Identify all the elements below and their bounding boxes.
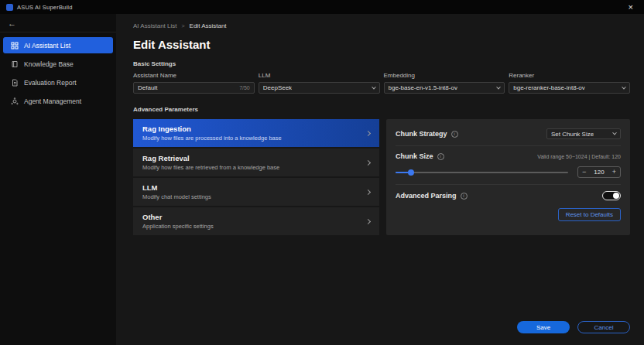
- reranker-label: Reranker: [509, 72, 630, 79]
- assistant-name-input[interactable]: [138, 84, 236, 91]
- assistant-name-input-wrap[interactable]: 7/50: [133, 82, 255, 94]
- sidebar-item-evaluation-report[interactable]: Evaluation Report: [3, 74, 113, 91]
- breadcrumb-parent[interactable]: AI Assistant List: [133, 22, 176, 29]
- basic-settings-fields: Assistant Name 7/50 LLM DeepSeek Embeddi…: [133, 72, 630, 94]
- advanced-parameters-area: Rag Ingestion Modify how files are proce…: [133, 119, 630, 235]
- page-title: Edit Assistant: [133, 38, 630, 51]
- evaluation-report-icon: [11, 79, 19, 87]
- reranker-select[interactable]: bge-reranker-base-int8-ov: [509, 82, 630, 94]
- app-window: ASUS AI SuperBuild × ← AI Assistant List: [0, 0, 644, 345]
- titlebar: ASUS AI SuperBuild ×: [0, 0, 644, 14]
- sidebar-nav: AI Assistant List Knowledge Base Evaluat…: [0, 32, 116, 109]
- sidebar-item-label: Knowledge Base: [24, 60, 74, 68]
- card-rag-retrieval[interactable]: Rag Retrieval Modify how files are retri…: [133, 149, 379, 176]
- llm-select-value: DeepSeek: [263, 84, 292, 91]
- sidebar: ← AI Assistant List Knowledge Base: [0, 14, 116, 345]
- char-counter: 7/50: [239, 85, 250, 91]
- chunk-strategy-value: Set Chunk Size: [551, 131, 594, 138]
- footer-actions: Save Cancel: [517, 321, 630, 333]
- card-subtitle: Application specific settings: [142, 223, 214, 230]
- reset-defaults-button[interactable]: Reset to Defaults: [558, 208, 621, 221]
- chevron-right-icon: [365, 189, 371, 194]
- embedding-select[interactable]: bge-base-en-v1.5-int8-ov: [384, 82, 505, 94]
- assistant-name-label: Assistant Name: [133, 72, 255, 79]
- info-icon[interactable]: i: [451, 131, 458, 138]
- advanced-parsing-row: Advanced Parsing i: [396, 185, 621, 207]
- app-body: ← AI Assistant List Knowledge Base: [0, 14, 644, 345]
- advanced-parsing-toggle[interactable]: [602, 191, 621, 200]
- parameter-cards: Rag Ingestion Modify how files are proce…: [133, 119, 379, 235]
- chevron-down-icon: [622, 84, 626, 89]
- info-icon[interactable]: i: [437, 153, 444, 160]
- slider-handle[interactable]: [408, 169, 414, 176]
- card-text: Rag Ingestion Modify how files are proce…: [142, 125, 282, 142]
- chunk-strategy-label-wrap: Chunk Strategy i: [396, 130, 458, 138]
- card-text: Rag Retrieval Modify how files are retri…: [142, 154, 279, 171]
- back-button[interactable]: ←: [0, 14, 116, 32]
- sidebar-item-label: Evaluation Report: [24, 79, 77, 87]
- agent-management-icon: [11, 97, 19, 105]
- basic-settings-label: Basic Settings: [133, 60, 630, 67]
- chunk-size-row: Chunk Size i Valid range 50~1024 | Defau…: [396, 146, 621, 185]
- cancel-button[interactable]: Cancel: [577, 321, 630, 333]
- chevron-right-icon: [365, 159, 371, 165]
- card-title: Other: [142, 213, 214, 221]
- sidebar-item-ai-assistant-list[interactable]: AI Assistant List: [3, 37, 113, 53]
- card-title: Rag Ingestion: [142, 125, 282, 133]
- chunk-size-stepper: − 120 +: [577, 166, 621, 178]
- rag-ingestion-settings-panel: Chunk Strategy i Set Chunk Size Chunk Si…: [386, 119, 630, 235]
- card-subtitle: Modify how files are retrieved from a kn…: [142, 164, 279, 171]
- chunk-size-slider[interactable]: [396, 168, 568, 177]
- knowledge-base-icon: [11, 60, 19, 68]
- advanced-parsing-label-wrap: Advanced Parsing i: [396, 192, 468, 200]
- llm-select[interactable]: DeepSeek: [259, 82, 380, 94]
- card-other[interactable]: Other Application specific settings: [133, 207, 379, 235]
- save-button[interactable]: Save: [517, 321, 570, 333]
- chevron-down-icon: [496, 84, 501, 89]
- field-embedding: Embedding bge-base-en-v1.5-int8-ov: [384, 72, 505, 94]
- app-logo-icon: [6, 4, 13, 11]
- chevron-right-icon: [365, 130, 371, 135]
- sidebar-item-agent-management[interactable]: Agent Management: [3, 93, 113, 109]
- chunk-size-header: Chunk Size i Valid range 50~1024 | Defau…: [396, 152, 621, 160]
- card-llm[interactable]: LLM Modify chat model settings: [133, 178, 379, 206]
- app-title: ASUS AI SuperBuild: [17, 4, 73, 11]
- close-icon[interactable]: ×: [624, 3, 638, 12]
- card-title: Rag Retrieval: [142, 154, 279, 162]
- sidebar-item-label: AI Assistant List: [24, 42, 70, 50]
- back-icon: ←: [8, 19, 16, 28]
- increment-button[interactable]: +: [612, 169, 616, 176]
- toggle-knob: [613, 193, 619, 199]
- advanced-parameters-label: Advanced Parameters: [133, 106, 630, 113]
- field-assistant-name: Assistant Name 7/50: [133, 72, 255, 94]
- card-text: LLM Modify chat model settings: [142, 183, 211, 200]
- card-title: LLM: [142, 183, 211, 192]
- chevron-right-icon: [365, 218, 371, 224]
- info-icon[interactable]: i: [461, 193, 468, 200]
- chevron-down-icon: [372, 84, 376, 89]
- breadcrumb: AI Assistant List > Edit Assistant: [133, 19, 630, 32]
- card-rag-ingestion[interactable]: Rag Ingestion Modify how files are proce…: [133, 119, 379, 147]
- breadcrumb-separator-icon: >: [181, 23, 184, 29]
- assistant-list-icon: [11, 42, 19, 50]
- chunk-size-range-hint: Valid range 50~1024 | Default: 120: [537, 154, 621, 159]
- card-subtitle: Modify chat model settings: [142, 193, 211, 200]
- chevron-down-icon: [612, 131, 617, 135]
- decrement-button[interactable]: −: [582, 169, 586, 176]
- embedding-label: Embedding: [384, 72, 505, 79]
- main-content: AI Assistant List > Edit Assistant Edit …: [116, 14, 644, 345]
- llm-label: LLM: [259, 72, 380, 79]
- slider-track: [396, 172, 568, 173]
- embedding-select-value: bge-base-en-v1.5-int8-ov: [389, 84, 457, 91]
- reset-row: Reset to Defaults: [396, 207, 621, 227]
- chunk-size-controls: − 120 +: [396, 166, 621, 178]
- sidebar-item-label: Agent Management: [24, 97, 81, 105]
- sidebar-item-knowledge-base[interactable]: Knowledge Base: [3, 56, 113, 72]
- chunk-strategy-label: Chunk Strategy: [396, 130, 447, 138]
- card-subtitle: Modify how files are processed into a kn…: [142, 135, 282, 142]
- chunk-size-value[interactable]: 120: [594, 169, 604, 176]
- reranker-select-value: bge-reranker-base-int8-ov: [513, 84, 585, 91]
- chunk-size-label: Chunk Size: [396, 152, 433, 160]
- chunk-strategy-select[interactable]: Set Chunk Size: [546, 128, 621, 139]
- field-reranker: Reranker bge-reranker-base-int8-ov: [509, 72, 630, 94]
